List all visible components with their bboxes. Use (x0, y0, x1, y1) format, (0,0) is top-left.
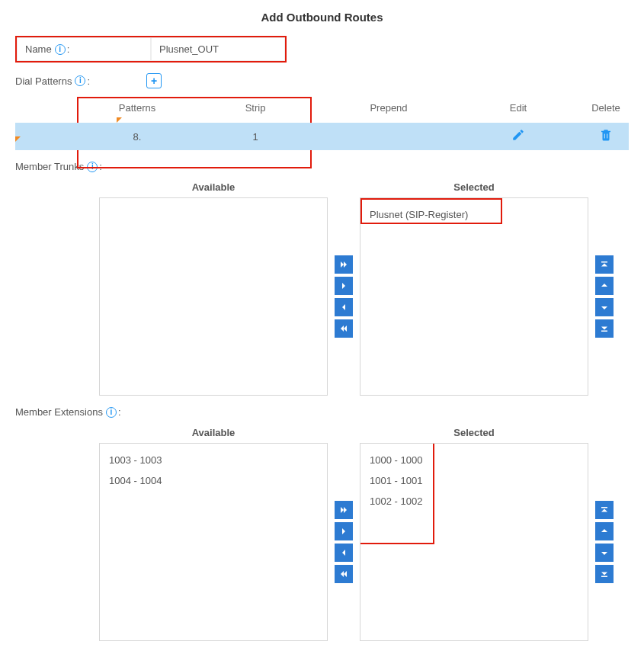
move-all-left-button[interactable] (335, 319, 353, 338)
col-patterns: Patterns (76, 102, 198, 114)
col-delete: Delete (572, 102, 640, 114)
warn-indicator-icon (15, 136, 21, 142)
dial-patterns-label: Dial Patterns (15, 75, 72, 87)
selected-header: Selected (360, 181, 588, 193)
move-down-button[interactable] (595, 544, 614, 562)
list-item[interactable]: 1000 - 1000 (368, 450, 580, 470)
move-bottom-button[interactable] (595, 319, 614, 338)
move-top-button[interactable] (595, 501, 614, 519)
dial-patterns-table: Patterns Strip Prepend Edit Delete 8. 1 (15, 98, 629, 150)
dial-patterns-row: Dial Patterns i : + (15, 73, 636, 88)
info-icon[interactable]: i (75, 75, 85, 86)
add-pattern-button[interactable]: + (146, 73, 162, 88)
move-left-button[interactable] (335, 544, 353, 562)
list-item[interactable]: 1002 - 1002 (368, 491, 580, 512)
move-down-button[interactable] (595, 298, 614, 316)
name-value[interactable]: Plusnet_OUT (151, 37, 285, 61)
col-prepend: Prepend (312, 102, 465, 114)
move-top-button[interactable] (595, 255, 614, 274)
move-left-button[interactable] (335, 298, 353, 316)
col-edit: Edit (465, 102, 572, 114)
colon: : (87, 75, 90, 87)
list-item[interactable]: Plusnet (SIP-Register) (368, 204, 580, 225)
member-extensions-row: Member Extensions i : (15, 406, 636, 418)
dial-pattern-row[interactable]: 8. 1 (15, 123, 629, 150)
move-up-button[interactable] (595, 277, 614, 295)
dial-patterns-header: Patterns Strip Prepend Edit Delete (15, 98, 629, 123)
member-trunks-row: Member Trunks i : (15, 161, 636, 172)
delete-icon[interactable] (599, 131, 613, 144)
warn-indicator-icon (117, 117, 122, 123)
list-item[interactable]: 1003 - 1003 (107, 450, 319, 470)
colon: : (99, 161, 102, 172)
move-right-button[interactable] (335, 277, 353, 295)
member-trunks-label: Member Trunks (15, 161, 84, 172)
name-label: Name i : (17, 37, 151, 61)
move-all-right-button[interactable] (335, 255, 353, 274)
trunks-selected-list[interactable]: Plusnet (SIP-Register) (360, 197, 588, 396)
trunks-dual-list: Plusnet (SIP-Register) (99, 197, 636, 396)
available-header: Available (99, 427, 328, 438)
colon: : (118, 406, 121, 418)
trunks-available-list[interactable] (99, 197, 328, 396)
name-label-text: Name (25, 43, 52, 55)
move-right-button[interactable] (335, 522, 353, 540)
member-extensions-label: Member Extensions (15, 406, 103, 418)
move-bottom-button[interactable] (595, 565, 614, 583)
extensions-dual-list: 1003 - 1003 1004 - 1004 1000 - 1000 1001… (99, 443, 636, 641)
available-header: Available (99, 181, 328, 193)
info-icon[interactable]: i (55, 44, 66, 55)
list-item[interactable]: 1001 - 1001 (368, 470, 580, 491)
edit-icon[interactable] (511, 131, 525, 144)
strip-value: 1 (198, 131, 312, 143)
pattern-value: 8. (133, 131, 142, 143)
extensions-header: Available Selected (99, 427, 636, 438)
page-title: Add Outbound Routes (8, 11, 636, 24)
move-up-button[interactable] (595, 522, 614, 540)
move-all-right-button[interactable] (335, 501, 353, 519)
move-all-left-button[interactable] (335, 565, 353, 583)
info-icon[interactable]: i (106, 407, 117, 418)
selected-header: Selected (360, 427, 588, 438)
info-icon[interactable]: i (87, 162, 98, 172)
trunks-header: Available Selected (99, 181, 636, 193)
name-row: Name i : Plusnet_OUT (15, 36, 287, 63)
colon: : (67, 43, 70, 55)
list-item[interactable]: 1004 - 1004 (107, 470, 319, 491)
extensions-available-list[interactable]: 1003 - 1003 1004 - 1004 (99, 443, 328, 641)
extensions-selected-list[interactable]: 1000 - 1000 1001 - 1001 1002 - 1002 (360, 443, 588, 641)
col-strip: Strip (198, 102, 312, 114)
